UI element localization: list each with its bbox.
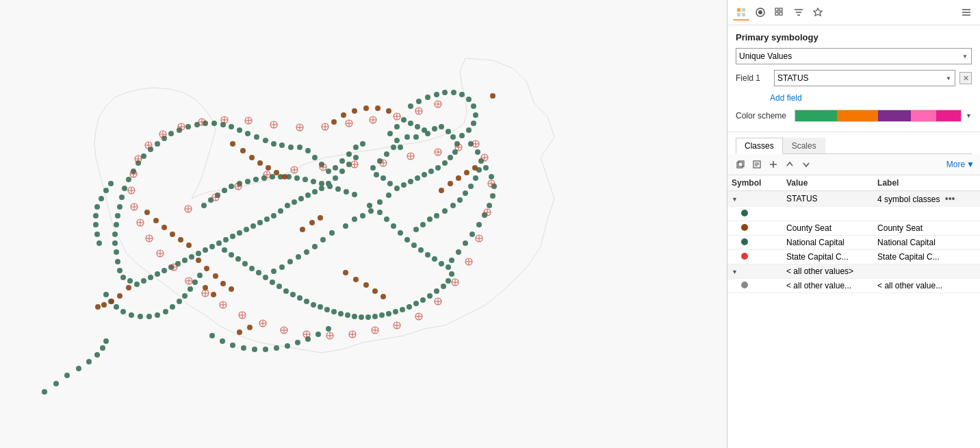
paste-icon[interactable]: [749, 157, 764, 172]
other-values-group-row[interactable]: ▼ < all other values>: [727, 264, 980, 279]
tab-scales[interactable]: Scales: [783, 138, 825, 153]
group-options-icon[interactable]: •••: [945, 193, 955, 204]
svg-point-73: [141, 278, 146, 284]
svg-point-17: [442, 160, 448, 166]
svg-point-124: [441, 284, 446, 289]
color-scheme-bar[interactable]: [795, 110, 962, 122]
svg-point-44: [339, 169, 345, 174]
svg-point-158: [352, 216, 357, 222]
svg-point-192: [450, 203, 456, 208]
add-field-button[interactable]: Add field: [770, 92, 802, 104]
svg-point-57: [250, 223, 256, 229]
svg-point-174: [434, 92, 439, 97]
color-scheme-dropdown-icon[interactable]: ▼: [966, 112, 972, 119]
symbol-dot[interactable]: [741, 224, 748, 231]
svg-point-76: [120, 275, 126, 280]
svg-point-196: [420, 222, 426, 227]
svg-point-301: [343, 270, 348, 275]
move-down-icon[interactable]: [799, 157, 814, 172]
svg-point-183: [459, 133, 465, 138]
svg-point-300: [95, 304, 101, 310]
svg-point-10: [432, 126, 437, 132]
label-cell[interactable]: County Seat: [873, 221, 980, 236]
svg-point-286: [153, 218, 159, 223]
label-cell[interactable]: State Capital C...: [873, 250, 980, 264]
tab-bar: Classes Scales: [736, 138, 972, 154]
svg-point-267: [76, 366, 81, 371]
svg-point-306: [439, 188, 444, 193]
svg-point-135: [365, 314, 371, 320]
grid-icon[interactable]: [771, 4, 788, 21]
svg-point-221: [209, 333, 215, 338]
panel-toolbar: [727, 0, 980, 25]
svg-point-65: [196, 251, 201, 256]
svg-point-237: [229, 184, 234, 189]
value-cell[interactable]: National Capital: [782, 236, 873, 250]
tab-classes[interactable]: Classes: [736, 138, 783, 154]
appearance-icon[interactable]: [733, 4, 749, 21]
copy-all-icon[interactable]: [733, 157, 748, 172]
svg-point-97: [194, 122, 200, 127]
field1-clear-btn[interactable]: ✕: [959, 72, 972, 84]
svg-point-224: [241, 345, 246, 351]
label-cell[interactable]: National Capital: [873, 236, 980, 250]
symbol-dot[interactable]: [741, 238, 748, 245]
svg-point-297: [117, 293, 122, 299]
svg-point-37: [333, 165, 338, 171]
svg-point-153: [242, 261, 248, 266]
more-button[interactable]: More ▼: [946, 160, 975, 169]
other-values-collapse-icon[interactable]: ▼: [732, 269, 738, 275]
svg-point-252: [352, 192, 357, 197]
svg-point-79: [114, 249, 119, 255]
svg-point-55: [264, 216, 270, 222]
menu-icon[interactable]: [958, 4, 975, 21]
svg-point-228: [285, 343, 290, 349]
svg-point-292: [204, 266, 209, 271]
rendering-icon[interactable]: [752, 4, 769, 21]
svg-rect-481: [742, 13, 745, 16]
value-cell[interactable]: State Capital C...: [782, 250, 873, 264]
svg-point-195: [427, 216, 433, 222]
svg-point-303: [363, 282, 369, 288]
svg-point-182: [466, 127, 472, 133]
svg-point-159: [360, 213, 365, 219]
move-up-icon[interactable]: [782, 157, 797, 172]
map-canvas[interactable]: [0, 0, 727, 448]
svg-point-203: [138, 314, 143, 319]
svg-point-49: [305, 192, 311, 198]
group-collapse-icon[interactable]: ▼: [732, 196, 738, 203]
svg-point-298: [109, 299, 114, 304]
field1-wrapper[interactable]: STATUS: [774, 70, 955, 86]
svg-point-222: [220, 338, 225, 344]
svg-point-32: [398, 145, 403, 150]
svg-rect-496: [738, 161, 744, 166]
svg-point-162: [386, 192, 391, 198]
svg-point-268: [86, 359, 92, 364]
symbol-dot[interactable]: [741, 282, 748, 288]
green-dots: [42, 90, 497, 395]
map-shape: [94, 58, 554, 353]
svg-rect-485: [779, 8, 782, 11]
value-cell[interactable]: < all other value...: [782, 279, 873, 293]
label-cell[interactable]: < all other value...: [873, 279, 980, 293]
svg-point-167: [296, 254, 301, 260]
effects-icon[interactable]: [810, 4, 826, 21]
field1-select[interactable]: STATUS: [774, 70, 955, 86]
svg-point-16: [448, 155, 453, 160]
svg-point-291: [196, 258, 201, 263]
filter-icon[interactable]: [790, 4, 807, 21]
symbol-dot[interactable]: [741, 253, 748, 260]
symbol-dot[interactable]: [741, 210, 748, 216]
svg-point-188: [473, 175, 478, 181]
table-group-row[interactable]: ▼ STATUS 4 symbol classes •••: [727, 191, 980, 207]
svg-point-172: [416, 99, 422, 104]
add-class-icon[interactable]: [766, 157, 781, 172]
svg-point-219: [103, 188, 109, 193]
svg-point-217: [94, 204, 100, 210]
symbology-type-select[interactable]: Unique Values: [736, 48, 972, 64]
value-cell[interactable]: County Seat: [782, 221, 873, 236]
svg-point-118: [425, 252, 430, 258]
svg-point-204: [146, 314, 152, 319]
symbology-type-wrapper[interactable]: Unique Values: [736, 48, 972, 64]
svg-point-12: [446, 129, 451, 134]
